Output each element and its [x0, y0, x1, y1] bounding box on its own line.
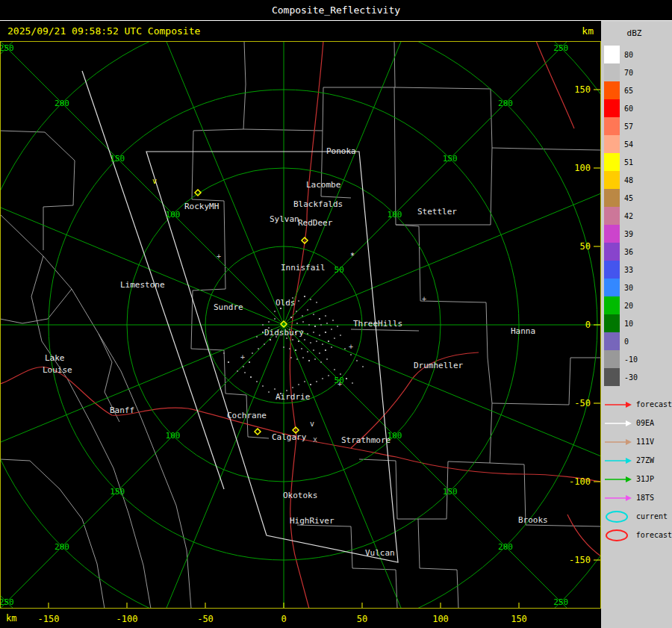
radar-echo: [290, 317, 292, 318]
colorbar-row: -30: [604, 368, 672, 386]
range-ring-label: 150: [443, 154, 458, 164]
place-label: Cochrane: [227, 411, 267, 420]
place-label: Calgary: [272, 432, 307, 442]
radar-map[interactable]: 1001502002505010015020025010015020025050…: [0, 41, 601, 609]
range-ring-label: 150: [110, 154, 125, 164]
arrow-head: [626, 476, 632, 482]
radar-echo: [274, 388, 276, 390]
radar-echo: [326, 358, 328, 360]
colorbar-value: 33: [624, 266, 633, 274]
radar-echo: [298, 384, 299, 385]
map-symbol: v: [152, 177, 157, 185]
map-symbol: *: [350, 252, 355, 260]
legend-arrow-icon: [604, 494, 632, 503]
radar-echo: [328, 341, 329, 342]
colorbar-swatch: [604, 225, 620, 243]
map-symbol: +: [217, 252, 221, 261]
colorbar-row: 42: [604, 207, 672, 225]
radar-echo: [316, 341, 317, 342]
radar-echo: [307, 351, 308, 352]
legend-ellipse-icon: [604, 509, 632, 524]
place-label: Olds: [276, 298, 296, 308]
radar-echo: [244, 372, 246, 373]
colorbar-row: 36: [604, 243, 672, 261]
radar-site-marker: [255, 429, 261, 435]
range-ring-label: 100: [166, 210, 181, 220]
radar-echo: [283, 346, 284, 348]
colorbar-value: -10: [624, 355, 638, 364]
radar-echo: [268, 391, 270, 393]
right-axis-label: 50: [580, 241, 591, 252]
legend-arrow-icon: [604, 419, 632, 428]
county-boundary: [191, 201, 225, 394]
place-label: Banff: [110, 405, 134, 415]
radar-echo: [319, 352, 320, 354]
ellipse-outline: [606, 530, 627, 541]
map-symbol: +: [422, 295, 426, 303]
colorbar-swatch: [604, 207, 620, 225]
radar-echo: [325, 349, 326, 351]
highway: [567, 514, 601, 556]
place-label: Strathmore: [341, 435, 391, 445]
colorbar-swatch: [604, 296, 620, 314]
place-label: ThreeHills: [353, 319, 402, 329]
place-label: Vulcan: [365, 548, 395, 558]
radar-echo: [332, 320, 334, 321]
radar-echo: [322, 343, 323, 345]
colorbar-swatch: [604, 368, 620, 386]
arrow-head: [626, 439, 632, 445]
arrow-head: [626, 495, 632, 501]
radar-echo: [292, 339, 293, 341]
colorbar-value: 60: [624, 105, 633, 113]
bottom-axis-label: -100: [116, 614, 138, 624]
county-boundary: [0, 289, 72, 323]
radar-echo: [274, 311, 276, 312]
range-ring-label: 250: [553, 597, 568, 607]
radar-echo: [308, 360, 310, 361]
place-label: Airdrie: [276, 392, 310, 402]
colorbar-value: 30: [624, 284, 633, 292]
legend-row: 111V: [604, 432, 672, 451]
place-label: HighRiver: [290, 516, 335, 526]
right-axis-label: 100: [574, 163, 591, 173]
radar-echo: [346, 378, 347, 379]
radar-echo: [289, 348, 290, 349]
legend-row: 18TS: [604, 488, 672, 507]
range-ring-label: 250: [0, 597, 14, 607]
county-boundary: [0, 131, 75, 250]
radar-echo: [310, 342, 311, 343]
colorbar-row: 33: [604, 261, 672, 279]
range-ring-label: 100: [166, 431, 181, 441]
ellipse-outline: [606, 512, 627, 522]
colorbar-title: dBZ: [604, 28, 665, 38]
place-label: Ponoka: [326, 146, 356, 156]
radar-echo: [243, 366, 244, 367]
timestamp: 2025/09/21 09:58:52 UTC Composite: [7, 25, 200, 37]
map-symbol: +: [240, 353, 245, 361]
y-axis-unit: km: [582, 25, 594, 37]
radar-echo: [325, 315, 326, 317]
bottom-axis-label: 0: [281, 614, 286, 624]
place-label: RedDeer: [298, 218, 333, 228]
colorbar-value: 70: [624, 69, 633, 77]
colorbar-value: 51: [624, 158, 633, 167]
colorbar-value: 54: [624, 140, 633, 149]
map-area[interactable]: 1001502002505010015020025010015020025050…: [0, 41, 601, 609]
radar-echo: [302, 315, 303, 317]
radar-echo: [307, 333, 308, 335]
colorbar-row: 51: [604, 153, 672, 171]
radar-echo: [286, 390, 287, 391]
highway: [536, 41, 574, 128]
radar-echo: [350, 354, 352, 355]
radar-application: { "header": { "title": "Composite_Reflec…: [0, 0, 672, 628]
place-label: Sundre: [214, 302, 243, 312]
radar-echo: [296, 323, 298, 324]
radar-echo: [268, 321, 270, 323]
colorbar-swatch: [604, 171, 620, 189]
colorbar: 807065605754514845423936333020100-10-30: [604, 46, 672, 386]
range-ring-label: 200: [55, 99, 69, 108]
bottom-axis-label: -50: [197, 614, 214, 624]
radar-echo: [313, 332, 314, 333]
legend-ellipse-icon: [604, 528, 632, 543]
legend-label: 31JP: [636, 475, 654, 483]
